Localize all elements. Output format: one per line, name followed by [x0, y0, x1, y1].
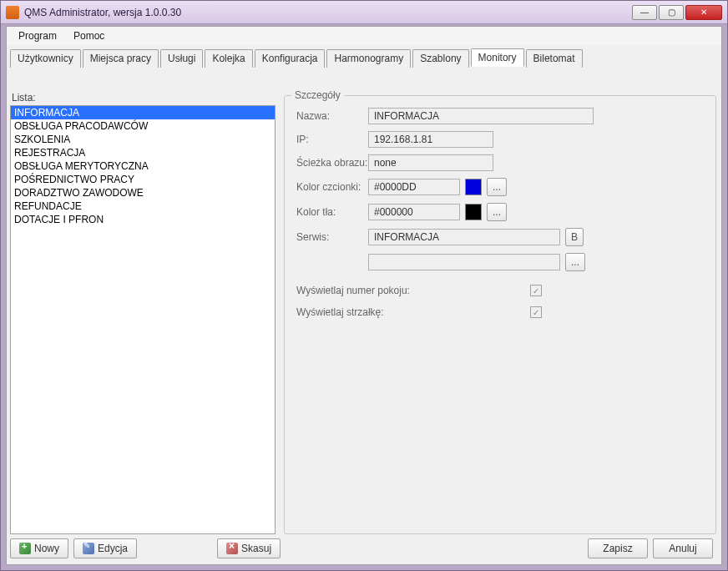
close-button[interactable]: ✕ — [685, 5, 722, 20]
new-icon — [19, 543, 31, 554]
zapisz-label: Zapisz — [603, 543, 632, 554]
app-icon — [6, 6, 19, 19]
anuluj-label: Anuluj — [669, 543, 696, 554]
list-item[interactable]: SZKOLENIA — [11, 133, 275, 146]
maximize-button[interactable]: ▢ — [659, 5, 684, 20]
kolor-czcionki-field[interactable]: #0000DD — [368, 179, 460, 195]
tab-miejsca-pracy[interactable]: Miejsca pracy — [83, 49, 159, 68]
serwis-label: Serwis: — [296, 231, 368, 243]
details-groupbox: Szczegóły Nazwa: INFORMACJA IP: 192.168.… — [284, 95, 716, 534]
menubar: Program Pomoc — [7, 27, 721, 45]
details-panel: Szczegóły Nazwa: INFORMACJA IP: 192.168.… — [284, 90, 718, 534]
tab-konfiguracja[interactable]: Konfiguracja — [255, 49, 326, 68]
tab-kolejka[interactable]: Kolejka — [205, 49, 252, 68]
list-item[interactable]: OBSŁUGA PRACODAWCÓW — [11, 119, 275, 133]
titlebar: QMS Administrator, wersja 1.0.0.30 — ▢ ✕ — [1, 1, 727, 24]
client-area: Program Pomoc Użytkownicy Miejsca pracy … — [6, 26, 722, 565]
list-item[interactable]: OBSŁUGA MERYTORYCZNA — [11, 159, 275, 173]
edycja-button[interactable]: Edycja — [73, 538, 137, 558]
tabstrip: Użytkownicy Miejsca pracy Usługi Kolejka… — [7, 45, 721, 67]
window-controls: — ▢ ✕ — [632, 5, 722, 20]
tab-uzytkownicy[interactable]: Użytkownicy — [10, 49, 81, 68]
nowy-label: Nowy — [34, 543, 59, 554]
ip-label: IP: — [296, 134, 368, 145]
wysw-pokoju-checkbox[interactable]: ✓ — [530, 285, 542, 296]
list-item[interactable]: DOTACJE I PFRON — [11, 213, 275, 226]
list-item[interactable]: DORADZTWO ZAWODOWE — [11, 186, 275, 200]
font-color-swatch — [465, 179, 482, 195]
monitor-listbox[interactable]: INFORMACJA OBSŁUGA PRACODAWCÓW SZKOLENIA… — [10, 105, 276, 534]
bg-color-swatch — [465, 204, 482, 220]
serwis2-field[interactable] — [368, 254, 560, 270]
edit-icon — [83, 543, 94, 554]
menu-program[interactable]: Program — [10, 28, 65, 43]
kolor-tla-label: Kolor tła: — [296, 206, 368, 218]
kolor-tla-field[interactable]: #000000 — [368, 204, 460, 220]
minimize-button[interactable]: — — [632, 5, 657, 20]
anuluj-button[interactable]: Anuluj — [653, 538, 713, 558]
ip-field[interactable]: 192.168.1.81 — [368, 131, 493, 148]
serwis-field[interactable]: INFORMACJA — [368, 229, 560, 245]
list-label: Lista: — [10, 90, 281, 105]
wysw-pokoju-label: Wyświetlaj numer pokoju: — [296, 285, 530, 296]
serwis-b-button[interactable]: B — [565, 228, 584, 246]
list-panel: Lista: INFORMACJA OBSŁUGA PRACODAWCÓW SZ… — [10, 90, 281, 534]
edycja-label: Edycja — [98, 543, 128, 554]
tab-harmonogramy[interactable]: Harmonogramy — [326, 49, 411, 68]
kolor-czcionki-label: Kolor czcionki: — [296, 181, 368, 193]
delete-icon — [226, 543, 238, 554]
skasuj-label: Skasuj — [241, 543, 271, 554]
nowy-button[interactable]: Nowy — [10, 538, 68, 558]
details-title: Szczegóły — [291, 89, 344, 101]
bg-color-browse-button[interactable]: ... — [487, 203, 507, 221]
skasuj-button[interactable]: Skasuj — [217, 538, 281, 558]
tab-monitory[interactable]: Monitory — [471, 48, 524, 67]
app-window: QMS Administrator, wersja 1.0.0.30 — ▢ ✕… — [0, 0, 728, 571]
wysw-strzalke-checkbox[interactable]: ✓ — [530, 306, 542, 318]
tab-uslugi[interactable]: Usługi — [160, 49, 203, 68]
list-item[interactable]: REJESTRACJA — [11, 146, 275, 159]
font-color-browse-button[interactable]: ... — [487, 178, 507, 196]
sciezka-label: Ścieżka obrazu: — [296, 157, 368, 169]
wysw-strzalke-label: Wyświetlaj strzałkę: — [296, 306, 530, 318]
tab-szablony[interactable]: Szablony — [412, 49, 468, 68]
serwis2-browse-button[interactable]: ... — [565, 253, 585, 271]
nazwa-label: Nazwa: — [296, 110, 368, 122]
sciezka-field[interactable]: none — [368, 154, 493, 171]
bottom-toolbar: Nowy Edycja Skasuj Zapisz Anuluj — [10, 538, 718, 559]
tab-biletomat[interactable]: Biletomat — [526, 49, 583, 68]
tab-page-monitory: Lista: INFORMACJA OBSŁUGA PRACODAWCÓW SZ… — [10, 90, 718, 534]
window-title: QMS Administrator, wersja 1.0.0.30 — [24, 7, 632, 18]
list-item[interactable]: INFORMACJA — [11, 106, 275, 119]
nazwa-field[interactable]: INFORMACJA — [368, 108, 594, 124]
list-item[interactable]: POŚREDNICTWO PRACY — [11, 173, 275, 186]
menu-pomoc[interactable]: Pomoc — [65, 28, 113, 43]
list-item[interactable]: REFUNDACJE — [11, 200, 275, 213]
zapisz-button[interactable]: Zapisz — [588, 538, 648, 558]
